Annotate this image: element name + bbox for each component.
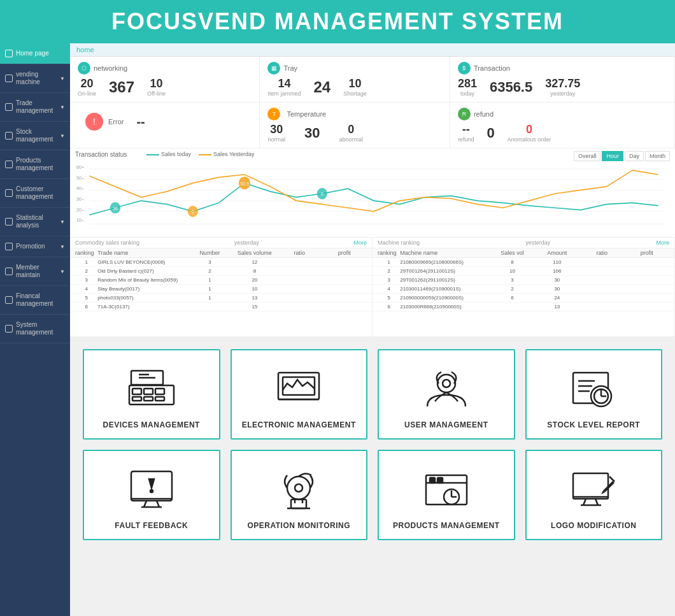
svg-text:40--: 40-- [76,185,85,191]
commodity-table: Commodity sales ranking yesterday More r… [70,238,373,336]
sidebar-item-vending[interactable]: vending machine ▼ [0,64,70,93]
stats-row-1: ⬡ networking 20 On-line 367 10 [70,57,675,103]
table-row: 329T001262(29110012S)330 [373,276,674,285]
svg-text:30.9: 30.9 [240,180,249,186]
operation-icon [273,464,324,515]
machine-more-link[interactable]: More [656,240,669,246]
app-title: FOCUSVEND MANAGEMENT SYSTEM [111,8,564,35]
sidebar-item-system[interactable]: System management [0,315,70,343]
card-label-electronic: ELECTRONIC MANAGEMENT [242,420,356,429]
table-row: 121080009669(210800066S)8110 [373,258,674,267]
temperature-panel: T Temperature 30 normal 30 0 ab [260,103,450,148]
sidebar-item-statistical[interactable]: Statistical analysis ▼ [0,208,70,236]
card-fault[interactable]: FAULT FEEDBACK [83,450,220,540]
svg-rect-49 [155,397,164,401]
svg-rect-79 [430,478,435,483]
card-label-operation: OPERATION MONITORING [247,521,350,530]
svg-rect-80 [437,478,443,483]
svg-text:0: 0 [192,209,194,215]
products-icon [421,464,472,515]
breadcrumb: home [70,43,675,57]
transaction-panel: $ Transaction 281 today 6356.5 327.75 [450,57,675,102]
card-stock[interactable]: STOCK LEVEL REPORT [525,349,663,440]
table-row: 3Random Mix of Beauty Items(0059)120 [70,276,372,285]
tray-panel: ▦ Tray 14 Item jammed 24 10 Sho [260,57,450,102]
svg-rect-45 [144,389,153,394]
user-icon [421,363,472,414]
svg-text:60+: 60+ [76,164,84,170]
card-label-devices: DEVICES MANAGEMENT [103,420,200,429]
svg-text:10--: 10-- [76,217,85,223]
table-row: 4Slay Beauty(0017)110 [70,285,372,294]
table-row: 229T001264(29110012S)10106 [373,267,674,276]
card-label-products: PRODUCTS MANAGEMENT [393,521,500,530]
sidebar-item-member[interactable]: Member maintain ▼ [0,257,70,286]
svg-point-72 [287,476,310,499]
machine-table-headers: ranking Machine name Sales vol Amount ra… [373,248,674,258]
chart-area: Transaction status Sales today Sales Yes… [70,148,675,238]
app-header: FOCUSVEND MANAGEMENT SYSTEM [0,0,675,43]
svg-rect-44 [132,389,141,394]
chart-btn-overall[interactable]: Overall [574,151,601,161]
stats-row-2: ! Error -- T Temperature 30 normal [70,103,675,148]
cards-section: DEVICES MANAGEMENT ELECTRONIC MANAGEMENT… [70,336,675,557]
chart-btn-day[interactable]: Day [625,151,644,161]
card-electronic[interactable]: ELECTRONIC MANAGEMENT [231,349,368,440]
commodity-more-link[interactable]: More [353,240,367,246]
svg-text:36: 36 [113,205,118,211]
chart-btn-hour[interactable]: Hour [602,151,623,161]
card-operation[interactable]: OPERATION MONITORING [231,450,368,540]
svg-line-89 [609,476,615,482]
error-panel: ! Error -- [70,103,260,148]
svg-rect-46 [155,389,164,394]
svg-rect-54 [283,377,315,395]
dashboard-panel: home ⬡ networking 20 On-line [70,43,675,336]
svg-line-87 [595,499,598,505]
svg-rect-47 [132,397,141,401]
refund-icon: R [458,108,471,120]
card-label-fault: FAULT FEEDBACK [115,521,188,530]
electronic-icon [273,363,324,414]
temp-icon: T [267,108,280,120]
sidebar-item-trade[interactable]: Trade management ▼ [0,93,70,122]
sidebar-item-promotion[interactable]: Promotion ▼ [0,236,70,257]
sidebar-item-products[interactable]: Products management [0,150,70,179]
networking-panel: ⬡ networking 20 On-line 367 10 [70,57,260,102]
chart-legend: Sales today Sales Yesterday [146,151,255,157]
sidebar: Home page vending machine ▼ Trade manage… [0,43,70,616]
error-icon: ! [85,113,103,131]
svg-text:50--: 50-- [76,175,85,180]
table-row: 421030011469(21090001S)230 [373,285,674,294]
stock-icon [568,363,619,414]
chart-btn-month[interactable]: Month [645,151,670,161]
fault-icon [126,464,177,515]
card-user[interactable]: USER MANAGMEENT [378,349,515,440]
card-label-user: USER MANAGMEENT [404,420,488,429]
table-row: 5210900000059(21090000S)624 [373,294,674,303]
table-row: 1GIRLS LUV BEYONCE(0006)312 [70,258,372,267]
sidebar-item-home[interactable]: Home page [0,43,70,64]
svg-line-68 [144,501,146,507]
commodity-table-headers: ranking Trade name Number Sales volume r… [70,248,372,258]
card-label-stock: STOCK LEVEL REPORT [547,420,640,429]
card-logo[interactable]: LOGO MODIFICATION [525,450,663,540]
svg-point-71 [150,490,153,492]
sidebar-item-stock[interactable]: Stock management ▼ [0,122,70,150]
tray-icon: ▦ [267,62,280,75]
sidebar-item-financial[interactable]: Financal management [0,286,70,315]
table-row: 62103000R668(21090000S)13 [373,303,674,312]
sidebar-item-customer[interactable]: Customer management [0,179,70,208]
content-area: home ⬡ networking 20 On-line [70,43,675,616]
card-devices[interactable]: DEVICES MANAGEMENT [83,349,220,440]
transaction-icon: $ [458,62,471,75]
tables-row: Commodity sales ranking yesterday More r… [70,238,675,336]
logo-icon [568,464,619,515]
main-layout: Home page vending machine ▼ Trade manage… [0,43,675,616]
svg-text:20--: 20-- [76,206,85,212]
svg-point-57 [443,380,450,387]
cards-row-1: DEVICES MANAGEMENT ELECTRONIC MANAGEMENT… [83,349,662,440]
svg-rect-48 [144,397,153,401]
card-products[interactable]: PRODUCTS MANAGEMENT [378,450,515,540]
machine-table: Machine ranking yesterday More ranking M… [373,238,675,336]
table-row: 5photo033(0057)113 [70,294,372,303]
